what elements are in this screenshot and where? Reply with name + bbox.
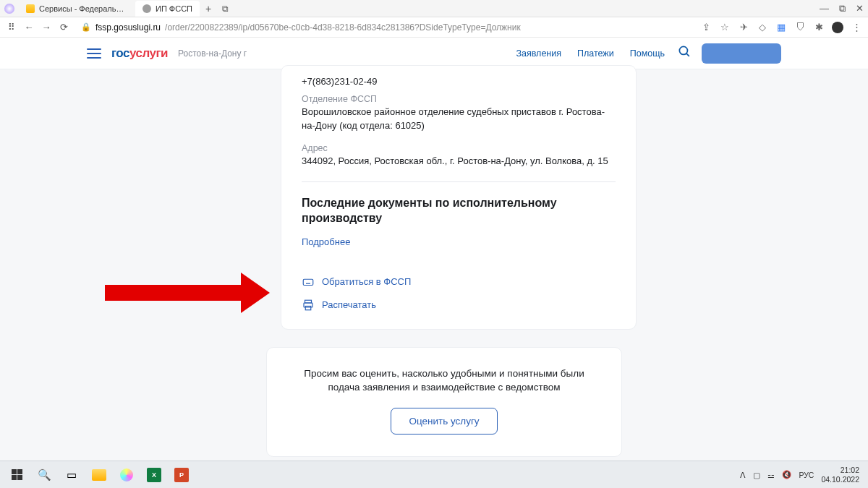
- svg-rect-2: [303, 279, 313, 285]
- rate-service-button[interactable]: Оценить услугу: [391, 408, 497, 435]
- battery-icon[interactable]: ▢: [753, 471, 760, 479]
- apps-icon[interactable]: ⠿: [6, 22, 17, 33]
- menu-burger-icon[interactable]: [87, 48, 101, 59]
- svg-rect-9: [305, 306, 311, 309]
- excel-icon[interactable]: X: [142, 464, 166, 486]
- clock-time: 21:02: [821, 466, 859, 474]
- powerpoint-icon[interactable]: P: [169, 464, 194, 486]
- contact-fssp-link[interactable]: Обратиться в ФССП: [322, 276, 411, 287]
- phone-value: +7(863)231-02-49: [302, 76, 616, 87]
- feedback-text: Просим вас оценить, насколько удобными и…: [296, 367, 592, 395]
- annotation-arrow: [105, 285, 242, 301]
- send-icon[interactable]: ✈: [738, 22, 749, 33]
- favicon-icon: [26, 4, 35, 13]
- menu-icon[interactable]: ⋮: [851, 22, 862, 33]
- dept-label: Отделение ФССП: [302, 94, 616, 104]
- tab-title: ИП ФССП: [156, 4, 192, 13]
- search-taskbar-icon[interactable]: 🔍: [32, 464, 56, 486]
- tab-overflow-icon[interactable]: ⧉: [217, 4, 233, 14]
- divider: [302, 181, 616, 182]
- profile-icon[interactable]: [832, 22, 843, 33]
- contact-fssp-action[interactable]: Обратиться в ФССП: [302, 275, 616, 288]
- browser-tab-strip: Сервисы - Федеральная слу ИП ФССП + ⧉ — …: [0, 0, 868, 17]
- tab-title: Сервисы - Федеральная слу: [39, 4, 127, 13]
- printer-icon: [302, 299, 315, 312]
- search-icon[interactable]: [678, 45, 692, 61]
- wifi-icon[interactable]: ⚍: [767, 471, 775, 479]
- tray-chevron-icon[interactable]: ᐱ: [740, 471, 746, 479]
- extensions-icon[interactable]: ✱: [813, 22, 825, 33]
- forward-button[interactable]: →: [41, 22, 52, 33]
- browser-tab-2[interactable]: ИП ФССП: [135, 1, 200, 17]
- task-view-icon[interactable]: ▭: [59, 464, 84, 486]
- bookmark-icon[interactable]: ☆: [719, 22, 731, 33]
- browser-toolbar: ⠿ ← → ⟳ 🔒 fssp.gosuslugi.ru/order/220082…: [0, 17, 868, 38]
- url-path: /order/2200822389/ip/d05670be-c0cb-4d38-…: [165, 22, 521, 33]
- back-button[interactable]: ←: [23, 22, 35, 33]
- addr-label: Адрес: [302, 143, 616, 153]
- svg-point-0: [679, 46, 687, 54]
- translate-icon[interactable]: ▦: [775, 22, 787, 33]
- minimize-button[interactable]: —: [820, 3, 829, 14]
- lang-indicator[interactable]: РУС: [799, 471, 814, 479]
- sound-icon[interactable]: 🔇: [782, 470, 791, 479]
- site-logo[interactable]: госуслуги: [111, 46, 168, 61]
- nav-applications[interactable]: Заявления: [513, 48, 564, 59]
- keyboard-icon: [302, 275, 315, 288]
- favicon-icon: [142, 4, 151, 13]
- city-selector[interactable]: Ростов-на-Дону г: [178, 48, 247, 59]
- lock-icon: 🔒: [81, 22, 91, 32]
- share-icon[interactable]: ⇪: [700, 22, 712, 33]
- file-explorer-icon[interactable]: [87, 464, 111, 486]
- more-link[interactable]: Подробнее: [302, 236, 350, 247]
- new-tab-button[interactable]: +: [200, 3, 216, 14]
- start-button[interactable]: [4, 464, 29, 486]
- profile-button[interactable]: [702, 43, 781, 64]
- reload-button[interactable]: ⟳: [58, 22, 69, 33]
- browser-tab-1[interactable]: Сервисы - Федеральная слу: [19, 1, 135, 17]
- url-host: fssp.gosuslugi.ru: [95, 22, 161, 33]
- app-icon[interactable]: [114, 464, 139, 486]
- maximize-button[interactable]: ⧉: [839, 3, 846, 14]
- close-button[interactable]: ✕: [856, 3, 864, 14]
- windows-taskbar: 🔍 ▭ X P ᐱ ▢ ⚍ 🔇 РУС 21:02 04.10.2022: [0, 461, 868, 488]
- feedback-card: Просим вас оценить, насколько удобными и…: [266, 347, 622, 457]
- browser-brand-icon: [4, 4, 14, 14]
- clock-date: 04.10.2022: [821, 475, 859, 484]
- shield-icon[interactable]: ◇: [757, 22, 768, 33]
- clock[interactable]: 21:02 04.10.2022: [821, 466, 864, 483]
- main-card: +7(863)231-02-49 Отделение ФССП Ворошило…: [281, 65, 637, 330]
- print-action[interactable]: Распечатать: [302, 299, 616, 312]
- shield2-icon[interactable]: ⛉: [794, 22, 806, 33]
- addr-value: 344092, Россия, Ростовская обл., г. Рост…: [302, 155, 616, 168]
- address-bar[interactable]: 🔒 fssp.gosuslugi.ru/order/2200822389/ip/…: [75, 22, 694, 33]
- nav-payments[interactable]: Платежи: [574, 48, 617, 59]
- nav-help[interactable]: Помощь: [627, 48, 668, 59]
- documents-section-title: Последние документы по исполнительному п…: [302, 195, 616, 226]
- svg-line-1: [686, 53, 689, 56]
- print-link[interactable]: Распечатать: [322, 299, 376, 310]
- dept-value: Ворошиловское районное отделение судебны…: [302, 106, 616, 133]
